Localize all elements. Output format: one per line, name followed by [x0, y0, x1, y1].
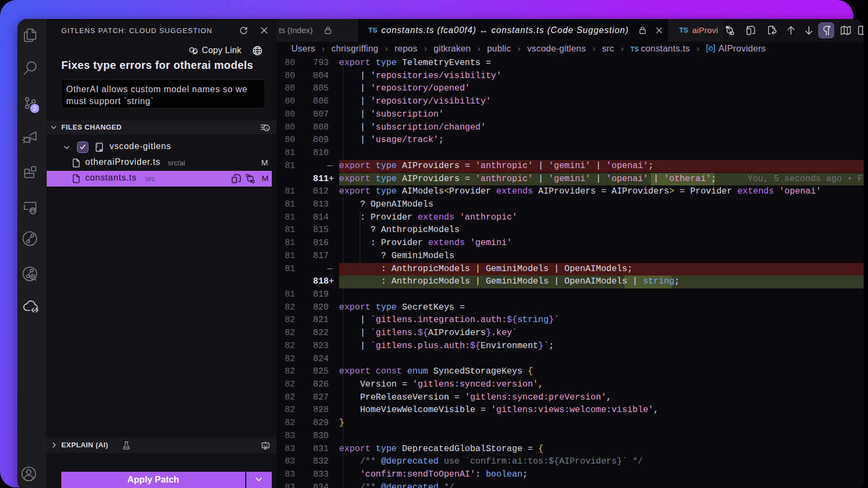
svg-text:2: 2 — [33, 105, 36, 112]
svg-text:A: A — [265, 126, 269, 131]
